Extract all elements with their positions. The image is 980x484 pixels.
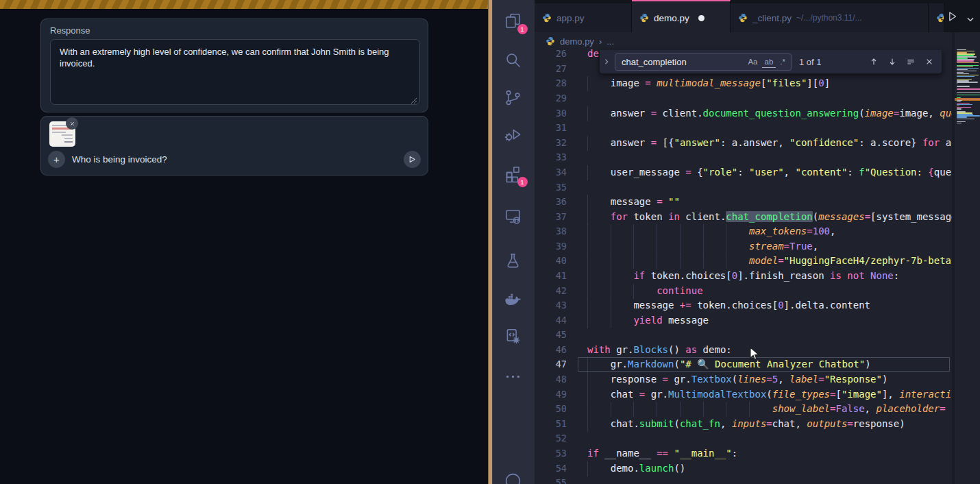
- minimap-line: [957, 123, 961, 123]
- screenshot-root: Response With an extremely high level of…: [0, 0, 980, 484]
- find-input[interactable]: chat_completion Aa ab .*: [615, 53, 792, 71]
- code-line-37[interactable]: 37 for token in client.chat_completion(m…: [535, 210, 951, 225]
- code-line-44[interactable]: 44 yield message: [535, 313, 951, 328]
- code-line-54[interactable]: 54 demo.launch(): [535, 461, 951, 476]
- minimap-line: [957, 83, 957, 84]
- line-number: 28: [535, 76, 567, 91]
- search-match: chat_completion: [726, 211, 812, 222]
- add-file-button[interactable]: +: [48, 151, 65, 168]
- chevron-down-icon[interactable]: [963, 9, 978, 24]
- breadcrumb[interactable]: demo.py›...: [546, 33, 614, 49]
- find-query[interactable]: chat_completion: [622, 57, 744, 67]
- breadcrumb-file[interactable]: demo.py: [560, 36, 594, 47]
- breadcrumb-tail[interactable]: ...: [607, 36, 614, 47]
- code-text: chat.submit(chat_fn, inputs=chat, output…: [587, 417, 905, 432]
- remote-explorer-icon[interactable]: [504, 207, 524, 228]
- code-text: max_tokens=100,: [587, 224, 835, 239]
- line-number: 51: [535, 417, 567, 432]
- files-icon[interactable]: 1: [504, 12, 524, 32]
- minimap-line: [957, 60, 974, 61]
- code-text: response = gr.Textbox(lines=5, label="Re…: [587, 372, 887, 387]
- remove-attachment-button[interactable]: [66, 117, 78, 130]
- minimap-line: [957, 117, 967, 117]
- window-divider[interactable]: [488, 0, 493, 484]
- match-case-button[interactable]: Aa: [745, 56, 760, 67]
- code-line-35[interactable]: 35: [535, 180, 951, 195]
- resize-handle-icon[interactable]: [411, 95, 417, 102]
- code-line-32[interactable]: 32 answer = [{"answer": a.answer, "confi…: [535, 136, 951, 151]
- minimap-line: [957, 69, 968, 70]
- code-text: if token.choices[0].finish_reason is not…: [587, 269, 899, 284]
- search-icon[interactable]: [504, 51, 524, 71]
- code-line-41[interactable]: 41 if token.choices[0].finish_reason is …: [535, 269, 951, 284]
- code-text: if __name__ == "__main__":: [587, 446, 737, 461]
- line-number: 36: [535, 195, 567, 210]
- code-line-53[interactable]: 53if __name__ == "__main__":: [535, 446, 951, 461]
- code-line-38[interactable]: 38 max_tokens=100,: [535, 224, 951, 239]
- flask-icon[interactable]: [504, 252, 524, 272]
- next-match-button[interactable]: [887, 56, 898, 67]
- chevron-right-icon[interactable]: [601, 56, 612, 67]
- code-line-50[interactable]: 50 show_label=False, placeholder=: [535, 402, 951, 417]
- activity-bar: 11: [493, 0, 535, 484]
- code-line-49[interactable]: 49 chat = gr.MultimodalTextbox(file_type…: [535, 387, 951, 402]
- find-in-selection-button[interactable]: [905, 56, 916, 67]
- chat-message-input[interactable]: Who is being invoiced?: [72, 154, 404, 165]
- send-button[interactable]: [404, 151, 421, 168]
- python-icon: [546, 36, 555, 46]
- code-line-34[interactable]: 34 user_message = {"role": "user", "cont…: [535, 165, 951, 180]
- line-number: 42: [535, 284, 567, 299]
- line-number: 33: [535, 150, 567, 165]
- code-line-43[interactable]: 43 message += token.choices[0].delta.con…: [535, 298, 951, 313]
- find-widget: chat_completion Aa ab .* 1 of 1: [599, 50, 942, 74]
- line-number: 34: [535, 165, 567, 180]
- code-line-42[interactable]: 42 continue: [535, 284, 951, 299]
- code-line-30[interactable]: 30 answer = client.document_question_ans…: [535, 106, 951, 121]
- code-text: model="HuggingFaceH4/zephyr-7b-beta"): [587, 254, 963, 269]
- code-line-45[interactable]: 45: [535, 328, 951, 343]
- line-number: 50: [535, 402, 567, 417]
- minimap-line: [957, 95, 980, 95]
- orange-striped-bar: [0, 0, 488, 10]
- previous-match-button[interactable]: [868, 56, 879, 67]
- more-icon[interactable]: [504, 367, 524, 388]
- code-line-39[interactable]: 39 stream=True,: [535, 239, 951, 254]
- code-text: stream=True,: [587, 239, 818, 254]
- code-line-33[interactable]: 33: [535, 150, 951, 165]
- code-line-55[interactable]: 55: [535, 476, 951, 484]
- code-line-28[interactable]: 28 image = multimodal_message["files"][0…: [535, 76, 951, 91]
- code-line-40[interactable]: 40 model="HuggingFaceH4/zephyr-7b-beta"): [535, 254, 951, 269]
- code-line-36[interactable]: 36 message = "": [535, 195, 951, 210]
- line-number: 35: [535, 180, 567, 195]
- file-gear-icon[interactable]: [504, 327, 524, 348]
- minimap-line: [957, 82, 978, 82]
- account-icon[interactable]: [504, 472, 524, 484]
- code-line-29[interactable]: 29: [535, 91, 951, 106]
- code-line-52[interactable]: 52: [535, 431, 951, 446]
- line-number: 37: [535, 210, 567, 225]
- code-text: yield message: [587, 313, 709, 328]
- badge: 1: [517, 177, 528, 187]
- line-number: 54: [535, 461, 567, 476]
- minimap-line: [957, 99, 980, 99]
- extensions-icon[interactable]: 1: [504, 165, 524, 185]
- source-control-icon[interactable]: [504, 88, 524, 109]
- minimap-line: [957, 97, 961, 98]
- response-card: Response With an extremely high level of…: [40, 19, 428, 112]
- minimap[interactable]: [952, 32, 980, 484]
- code-line-51[interactable]: 51 chat.submit(chat_fn, inputs=chat, out…: [535, 417, 951, 432]
- code-line-47[interactable]: 47 gr.Markdown("# 🔍 Document Analyzer Ch…: [535, 357, 951, 372]
- whole-word-button[interactable]: ab: [762, 56, 776, 68]
- run-debug-icon[interactable]: [504, 125, 524, 146]
- code-text: answer = client.document_question_answer…: [587, 106, 980, 121]
- regex-button[interactable]: .*: [777, 56, 788, 67]
- close-find-button[interactable]: [924, 56, 935, 67]
- code-line-31[interactable]: 31: [535, 121, 951, 136]
- response-textbox[interactable]: With an extremely high level of confiden…: [50, 39, 420, 105]
- code-text: gr.Markdown("# 🔍 Document Analyzer Chatb…: [587, 357, 871, 372]
- multimodal-textbox[interactable]: + Who is being invoiced?: [40, 116, 428, 176]
- code-line-48[interactable]: 48 response = gr.Textbox(lines=5, label=…: [535, 372, 951, 387]
- docker-icon[interactable]: [504, 290, 524, 311]
- code-text: user_message = {"role": "user", "content…: [587, 165, 980, 180]
- code-line-46[interactable]: 46with gr.Blocks() as demo:: [535, 343, 951, 358]
